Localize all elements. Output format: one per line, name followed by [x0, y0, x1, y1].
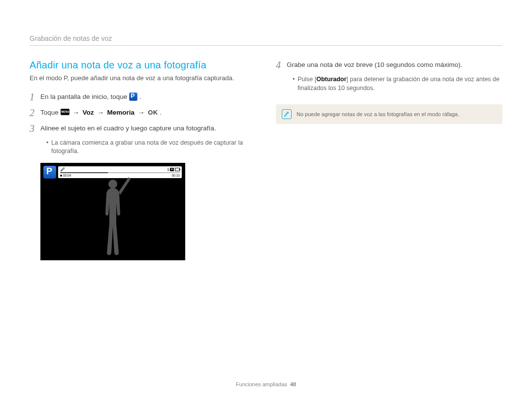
right-column: 4 Grabe una nota de voz breve (10 segund… — [276, 60, 502, 260]
step-2-prefix: Toque — [40, 109, 61, 116]
step-number: 1 — [30, 92, 40, 102]
page-footer: Funciones ampliadas 48 — [0, 381, 532, 387]
step-number: 4 — [276, 60, 287, 70]
total-time: 00:10 — [172, 174, 180, 177]
note-text: No puede agregar notas de voz a las foto… — [297, 111, 459, 117]
step-2-voz: Voz — [83, 109, 94, 116]
progress-fill — [60, 172, 108, 173]
step-number: 3 — [30, 123, 40, 134]
step-3: 3 Alinee el sujeto en el cuadro y luego … — [30, 123, 256, 134]
step-4-subnote: Pulse [Obturador] para detener la grabac… — [293, 75, 502, 93]
note-icon — [282, 109, 292, 119]
step-body: En la pantalla de inicio, toque . — [40, 92, 141, 102]
footer-page-number: 48 — [290, 381, 296, 387]
arrow-icon: → — [138, 109, 145, 116]
footer-label: Funciones ampliadas — [236, 381, 287, 387]
battery-icon — [175, 168, 180, 171]
shot-count: 1 — [167, 168, 169, 171]
step-3-text: Alinee el sujeto en el cuadro y luego ca… — [40, 123, 216, 134]
menu-icon — [61, 109, 69, 115]
recording-status-bar: 🎤 1 IN 00:04 00:10 — [58, 166, 182, 178]
section-title: Añadir una nota de voz a una fotografía — [30, 60, 256, 71]
record-dot-icon — [60, 175, 62, 177]
progress-track — [60, 172, 180, 173]
step-body: Toque → Voz → Memoria → OK . — [40, 107, 162, 118]
person-silhouette — [93, 177, 133, 260]
two-column-layout: Añadir una nota de voz a una fotografía … — [30, 60, 502, 260]
microphone-icon: 🎤 — [60, 167, 65, 172]
step-1: 1 En la pantalla de inicio, toque . — [30, 92, 256, 102]
step-number: 2 — [30, 107, 40, 118]
step-2-memoria: Memoria — [107, 109, 135, 116]
camera-indicators: 1 IN — [167, 168, 180, 171]
p-mode-badge — [43, 166, 56, 179]
p-mode-icon — [129, 93, 137, 101]
arrow-icon: → — [97, 109, 104, 116]
storage-indicator: IN — [170, 168, 174, 171]
step-3-subnote: La cámara comienza a grabar una nota de … — [46, 139, 256, 156]
sub-prefix: Pulse [ — [298, 76, 316, 83]
ok-icon: OK — [148, 108, 158, 117]
step-1-text: En la pantalla de inicio, toque — [40, 93, 129, 100]
left-column: Añadir una nota de voz a una fotografía … — [30, 60, 256, 260]
step-4-text: Grabe una nota de voz breve (10 segundos… — [287, 60, 462, 70]
breadcrumb: Grabación de notas de voz — [30, 34, 502, 46]
intro-text: En el modo P, puede añadir una nota de v… — [30, 74, 256, 83]
shutter-label: Obturador — [316, 76, 346, 83]
arrow-icon: → — [72, 109, 79, 116]
svg-point-0 — [108, 180, 117, 188]
elapsed-time: 00:04 — [60, 174, 71, 177]
page: Grabación de notas de voz Añadir una not… — [0, 0, 532, 401]
step-2: 2 Toque → Voz → Memoria → OK . — [30, 107, 256, 118]
camera-screenshot: 🎤 1 IN 00:04 00:10 — [40, 163, 185, 260]
info-note: No puede agregar notas de voz a las foto… — [276, 104, 502, 124]
step-4: 4 Grabe una nota de voz breve (10 segund… — [276, 60, 502, 70]
